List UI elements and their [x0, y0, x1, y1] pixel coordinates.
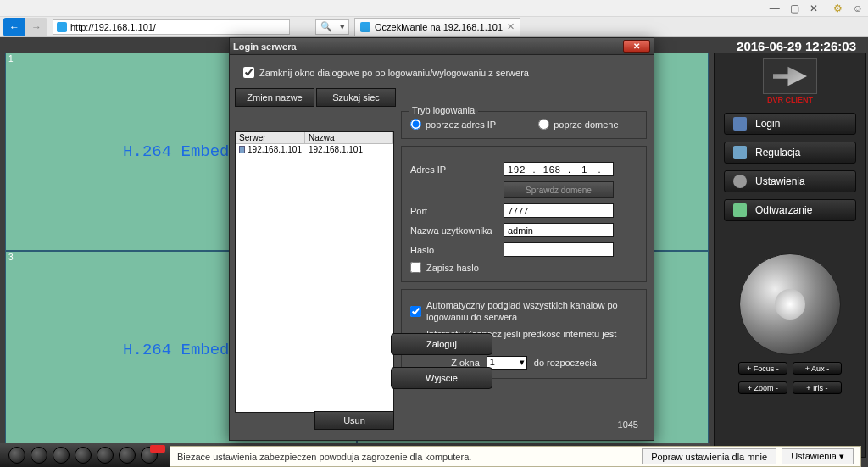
ie-icon [360, 22, 370, 32]
url-field[interactable]: http://192.168.1.101/ [53, 19, 290, 35]
back-button[interactable]: ← [3, 18, 25, 36]
login-submit-button[interactable]: Zaloguj [391, 333, 492, 355]
login-mode-fieldset: Tryb logowania poprzez adres IP poprze d… [401, 111, 647, 139]
dock-button[interactable] [53, 447, 70, 464]
record-button[interactable] [141, 447, 158, 464]
ip-label: Adres IP [410, 164, 504, 175]
checkbox[interactable] [243, 67, 254, 78]
by-ip-radio[interactable]: poprzez adres IP [410, 119, 496, 130]
maximize-icon[interactable]: ▢ [790, 3, 799, 14]
side-panel: DVR CLIENT Login Regulacja Ustawienia Od… [714, 53, 866, 458]
security-notification: Biezace ustawienia zabezpieczen powoduja… [170, 446, 861, 467]
camera-logo-icon [763, 58, 817, 94]
address-bar: ← → http://192.168.1.101/ 🔍▾ Oczekiwanie… [0, 17, 868, 37]
counter-label: 1045 [618, 420, 638, 430]
save-password-checkbox[interactable]: Zapisz haslo [410, 262, 637, 273]
dock-button[interactable] [97, 447, 114, 464]
zoom-button[interactable]: + Zoom - [738, 381, 787, 394]
auto-preview-checkbox[interactable]: Automatyczny podglad wszystkich kanalow … [410, 299, 637, 324]
gear-icon [733, 175, 747, 188]
check-domain-button: Sprawdz domene [504, 181, 614, 198]
exit-button[interactable]: Wyjscie [391, 367, 492, 389]
search-network-button[interactable]: Szukaj siec [316, 88, 396, 107]
dvr-app: 2016-06-29 12:26:03 1 H.264 Embedd R 3 H… [0, 37, 868, 467]
regulacja-button[interactable]: Regulacja [724, 142, 856, 164]
dock-button[interactable] [75, 447, 92, 464]
playback-icon [733, 203, 747, 217]
dock-button[interactable] [31, 447, 47, 464]
credentials-fieldset: Adres IP Sprawdz domene Port Nazwa uzytk… [401, 146, 647, 282]
forward-button[interactable]: → [25, 18, 47, 36]
server-row[interactable]: 192.168.1.101 192.168.1.101 [236, 144, 393, 155]
dialog-titlebar: Login serwera ✕ [230, 38, 654, 55]
ustawienia-button[interactable]: Ustawienia [724, 170, 856, 192]
dialog-close-button[interactable]: ✕ [623, 40, 650, 53]
login-button[interactable]: Login [724, 113, 856, 135]
url-text: http://192.168.1.101/ [70, 22, 156, 32]
port-label: Port [410, 206, 504, 216]
tab-label: Oczekiwanie na 192.168.1.101 [375, 22, 503, 32]
focus-button[interactable]: + Focus - [738, 362, 787, 375]
ie-icon [57, 22, 67, 32]
settings-button[interactable]: Ustawienia ▾ [782, 448, 854, 464]
password-input[interactable] [504, 242, 614, 257]
security-message: Biezace ustawienia zabezpieczen powoduja… [177, 452, 471, 462]
port-input[interactable] [504, 203, 614, 218]
watermark: H.264 Embedd [123, 142, 239, 161]
odtwarzanie-button[interactable]: Odtwarzanie [724, 199, 856, 221]
watermark: H.264 Embedd [123, 341, 239, 359]
settings-gear-icon[interactable]: ⚙ [833, 3, 843, 14]
close-after-login-checkbox[interactable]: Zamknij okno dialogowe po po logowaniu/w… [230, 55, 654, 88]
login-mode-legend: Tryb logowania [409, 105, 478, 115]
username-input[interactable] [504, 223, 614, 237]
smile-icon[interactable]: ☺ [853, 3, 863, 14]
ip-input[interactable] [504, 162, 614, 176]
window-titlebar: — ▢ ✕ ⚙ ☺ [0, 0, 868, 17]
username-label: Nazwa uzytkownika [410, 225, 504, 236]
browser-tab[interactable]: Oczekiwanie na 192.168.1.101 ✕ [354, 18, 520, 36]
minimize-icon[interactable]: — [770, 3, 780, 14]
logo-label: DVR CLIENT [767, 96, 813, 104]
list-header: Serwer Nazwa [236, 132, 393, 144]
by-domain-radio[interactable]: poprze domene [538, 119, 618, 130]
delete-button[interactable]: Usun [314, 411, 394, 430]
search-refresh[interactable]: 🔍▾ [315, 19, 349, 35]
fix-settings-button[interactable]: Popraw ustawienia dla mnie [642, 448, 776, 464]
ptz-wheel[interactable] [739, 253, 841, 355]
dock-button[interactable] [8, 447, 25, 464]
iris-button[interactable]: + Iris - [793, 381, 842, 394]
monitor-icon [733, 146, 747, 159]
server-icon [239, 146, 245, 153]
dock-button[interactable] [119, 447, 136, 464]
login-server-dialog: Login serwera ✕ Zamknij okno dialogowe p… [229, 37, 654, 441]
rename-button[interactable]: Zmien nazwe [235, 88, 314, 107]
datetime-display: 2016-06-29 12:26:03 [737, 39, 856, 53]
dialog-title: Login serwera [233, 42, 297, 52]
close-icon[interactable]: ✕ [810, 3, 818, 14]
tab-close-icon[interactable]: ✕ [507, 21, 515, 32]
user-icon [733, 117, 747, 131]
pane-number: 1 [8, 54, 14, 64]
pane-number: 3 [8, 253, 14, 262]
aux-button[interactable]: + Aux - [793, 362, 842, 375]
password-label: Haslo [410, 245, 504, 255]
